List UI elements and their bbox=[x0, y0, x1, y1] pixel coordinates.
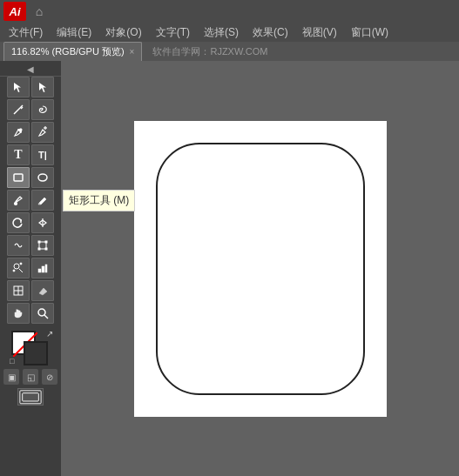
tool-row-10 bbox=[0, 280, 61, 301]
screen-mode-button[interactable] bbox=[17, 388, 44, 406]
free-transform-tool[interactable] bbox=[31, 235, 54, 256]
rounded-rectangle-shape bbox=[156, 143, 365, 395]
tool-row-3 bbox=[0, 122, 61, 143]
pencil-tool[interactable] bbox=[31, 190, 54, 211]
svg-point-24 bbox=[38, 309, 45, 316]
main-area: ◀ bbox=[0, 61, 459, 476]
stroke-color-box[interactable] bbox=[24, 341, 48, 365]
rotate-tool[interactable] bbox=[7, 212, 30, 233]
selection-tool[interactable] bbox=[7, 77, 30, 97]
svg-line-15 bbox=[19, 269, 23, 272]
color-section: ↗ □ ▣ ◱ ⊘ bbox=[0, 329, 61, 407]
tool-row-8 bbox=[0, 235, 61, 256]
rectangle-tool[interactable] bbox=[7, 167, 30, 188]
svg-rect-13 bbox=[45, 248, 47, 250]
menu-object[interactable]: 对象(O) bbox=[102, 23, 145, 42]
default-colors-icon[interactable]: □ bbox=[10, 357, 14, 365]
home-button[interactable]: ⌂ bbox=[30, 2, 49, 21]
left-toolbar: ◀ bbox=[0, 61, 61, 476]
software-watermark: 软件自学网：RJZXW.COM bbox=[152, 45, 267, 58]
area-type-tool[interactable]: T| bbox=[31, 144, 54, 165]
menu-edit[interactable]: 编辑(E) bbox=[53, 23, 95, 42]
svg-rect-18 bbox=[38, 269, 41, 272]
svg-line-0 bbox=[14, 108, 20, 114]
menu-text[interactable]: 文字(T) bbox=[152, 23, 193, 42]
direct-selection-tool[interactable] bbox=[31, 77, 54, 97]
hand-tool[interactable] bbox=[7, 303, 30, 324]
svg-point-7 bbox=[15, 203, 17, 205]
svg-rect-10 bbox=[38, 241, 40, 243]
canvas-area bbox=[61, 61, 459, 476]
active-tab[interactable]: 116.82% (RGB/GPU 预览) × bbox=[3, 42, 142, 61]
svg-line-25 bbox=[44, 315, 48, 318]
canvas-document bbox=[134, 121, 387, 417]
zoom-tool[interactable] bbox=[31, 303, 54, 324]
color-mode-tools: ▣ ◱ ⊘ bbox=[3, 369, 57, 385]
tool-row-9 bbox=[0, 258, 61, 278]
tab-bar: 116.82% (RGB/GPU 预览) × 软件自学网：RJZXW.COM bbox=[0, 42, 459, 61]
svg-rect-5 bbox=[14, 174, 23, 181]
swap-colors-icon[interactable]: ↗ bbox=[46, 329, 53, 339]
menu-bar: 文件(F) 编辑(E) 对象(O) 文字(T) 选择(S) 效果(C) 视图(V… bbox=[0, 23, 459, 42]
menu-select[interactable]: 选择(S) bbox=[200, 23, 242, 42]
svg-point-14 bbox=[14, 264, 19, 269]
solid-color-button[interactable]: ▣ bbox=[3, 369, 19, 385]
ai-logo: Ai bbox=[3, 2, 26, 21]
color-boxes: ↗ □ bbox=[11, 331, 50, 365]
tab-close-button[interactable]: × bbox=[130, 47, 135, 57]
svg-rect-11 bbox=[45, 241, 47, 243]
svg-rect-12 bbox=[38, 248, 40, 250]
svg-point-6 bbox=[38, 174, 47, 181]
tool-row-4: T T| bbox=[0, 144, 61, 165]
menu-window[interactable]: 窗口(W) bbox=[348, 23, 392, 42]
menu-file[interactable]: 文件(F) bbox=[5, 23, 46, 42]
slice-tool[interactable] bbox=[7, 280, 30, 301]
lasso-tool[interactable] bbox=[31, 99, 54, 120]
tool-row-6 bbox=[0, 190, 61, 211]
toolbar-collapse-button[interactable]: ◀ bbox=[0, 63, 61, 77]
no-fill-button[interactable]: ⊘ bbox=[42, 369, 57, 385]
add-anchor-tool[interactable] bbox=[31, 122, 54, 143]
svg-point-16 bbox=[13, 270, 15, 272]
tool-row-1 bbox=[0, 77, 61, 97]
gradient-button[interactable]: ◱ bbox=[23, 369, 38, 385]
tab-title: 116.82% (RGB/GPU 预览) bbox=[11, 45, 125, 58]
tool-row-5 bbox=[0, 167, 61, 188]
menu-view[interactable]: 视图(V) bbox=[299, 23, 341, 42]
tool-row-2 bbox=[0, 99, 61, 120]
svg-rect-19 bbox=[42, 266, 44, 272]
symbol-sprayer-tool[interactable] bbox=[7, 258, 30, 278]
column-graph-tool[interactable] bbox=[31, 258, 54, 278]
pen-tool[interactable] bbox=[7, 122, 30, 143]
type-tool[interactable]: T bbox=[7, 144, 30, 165]
paintbrush-tool[interactable] bbox=[7, 190, 30, 211]
svg-rect-20 bbox=[45, 265, 47, 272]
warp-tool[interactable] bbox=[7, 235, 30, 256]
menu-effect[interactable]: 效果(C) bbox=[249, 23, 292, 42]
reflect-tool[interactable] bbox=[31, 212, 54, 233]
ellipse-tool[interactable] bbox=[31, 167, 54, 188]
title-bar: Ai ⌂ bbox=[0, 0, 459, 23]
svg-rect-28 bbox=[23, 392, 39, 400]
tool-row-11 bbox=[0, 303, 61, 324]
magic-wand-tool[interactable] bbox=[7, 99, 30, 120]
svg-point-17 bbox=[20, 263, 22, 265]
tool-row-7 bbox=[0, 212, 61, 233]
eraser-tool[interactable] bbox=[31, 280, 54, 301]
